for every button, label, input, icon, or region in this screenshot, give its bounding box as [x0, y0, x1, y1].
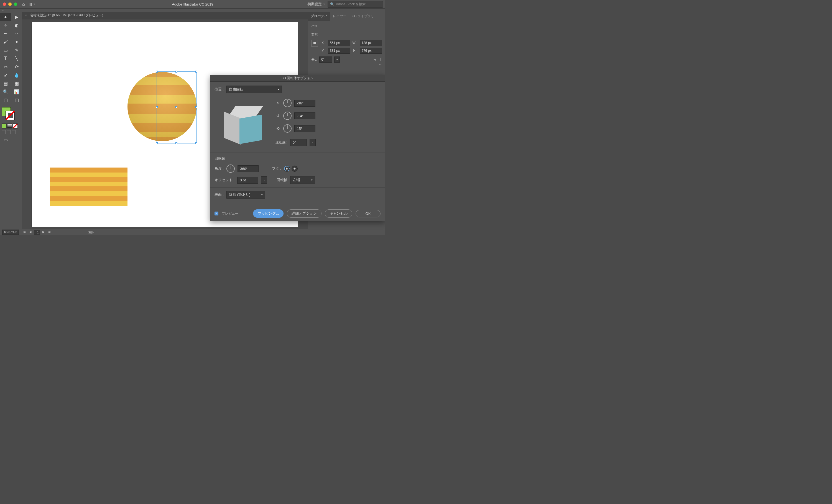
transform-section-label: 変形	[311, 32, 382, 37]
rotate-y-dial[interactable]	[283, 112, 291, 120]
scissors-tool[interactable]: ✂	[0, 63, 11, 71]
reference-point-selector[interactable]	[311, 40, 318, 47]
selection-tool[interactable]: ▲	[0, 13, 11, 21]
flip-horizontal-icon[interactable]: ⇋	[373, 58, 376, 61]
perspective-stepper[interactable]: ›	[310, 139, 316, 146]
rotate-y-input[interactable]: -14°	[294, 112, 315, 119]
rotate-x-input[interactable]: -36°	[294, 100, 315, 107]
stock-search-input[interactable]: 🔍 Adobe Stock を検索	[328, 1, 383, 8]
rotation-cube-preview[interactable]	[214, 96, 267, 149]
draw-behind-icon[interactable]	[7, 130, 10, 134]
y-input[interactable]: 331 px	[328, 48, 350, 54]
striped-rectangle-artwork[interactable]	[50, 168, 128, 206]
type-tool[interactable]: T	[0, 54, 11, 63]
rectangle-tool[interactable]: ▭	[0, 46, 11, 54]
cancel-button[interactable]: キャンセル	[325, 209, 352, 218]
mapping-button[interactable]: マッピング...	[253, 209, 284, 218]
revolve-options-dialog: 3D 回転体オプション 位置 : 自由回転▾ ↻ -36°	[210, 75, 385, 221]
draw-normal-icon[interactable]	[2, 130, 5, 134]
axis-label: 回転軸	[277, 177, 287, 183]
more-options-button[interactable]: 詳細オプション	[287, 209, 321, 218]
revolve-angle-dial[interactable]	[227, 165, 235, 173]
title-bar: ⌂ ▥ ▾ Adobe Illustrator CC 2019 初期設定 ▾ 🔍…	[0, 0, 385, 8]
scale-tool[interactable]: ⤢	[0, 71, 11, 79]
close-window-button[interactable]	[3, 2, 6, 6]
document-tab[interactable]: × 名称未設定-1* @ 66.67% (RGB/GPU プレビュー)	[22, 11, 308, 19]
line-tool[interactable]: ╲	[11, 54, 22, 63]
more-options-icon[interactable]: ⋯	[379, 63, 383, 66]
preview-label: プレビュー	[222, 211, 238, 216]
artboard-number-input[interactable]: 1	[34, 230, 40, 234]
pencil-tool[interactable]: ✎	[11, 46, 22, 54]
toolbar: ▲▶ ✧◐ ✒〰 🖌● ▭✎ T╲ ✂⟳ ⤢💧 ▤▦ 🔍📊 ▢◫ ▭ ⋯	[0, 11, 22, 229]
document-tab-label: 名称未設定-1* @ 66.67% (RGB/GPU プレビュー)	[30, 13, 103, 18]
close-tab-icon[interactable]: ×	[25, 13, 27, 18]
rotate-z-input[interactable]: 15°	[294, 125, 315, 132]
axis-dropdown[interactable]: 左端▾	[290, 176, 315, 184]
graph-tool[interactable]: 📊	[11, 87, 22, 96]
revolve-angle-input[interactable]: 360°	[237, 165, 259, 172]
rotate-tool[interactable]: ⟳	[11, 63, 22, 71]
magic-wand-tool[interactable]: ✧	[0, 21, 11, 29]
home-icon[interactable]: ⌂	[22, 2, 25, 7]
direct-selection-tool[interactable]: ▶	[11, 13, 22, 21]
position-dropdown[interactable]: 自由回転▾	[227, 86, 282, 93]
position-label: 位置 :	[214, 87, 224, 92]
tab-layers[interactable]: レイヤー	[330, 11, 349, 21]
screen-mode-button[interactable]: ▭	[0, 136, 11, 144]
dialog-title: 3D 回転体オプション	[210, 75, 385, 82]
paintbrush-tool[interactable]: 🖌	[0, 38, 11, 46]
h-label: H :	[353, 49, 358, 53]
maximize-window-button[interactable]	[14, 2, 17, 6]
w-input[interactable]: 138 px	[360, 40, 382, 46]
tab-cc-libraries[interactable]: CC ライブラリ	[349, 11, 377, 21]
rotate-z-icon: ⟲	[276, 126, 281, 131]
tab-properties[interactable]: プロパティ	[308, 11, 330, 21]
draw-inside-icon[interactable]	[11, 130, 16, 134]
color-solid-icon[interactable]	[2, 123, 7, 129]
x-input[interactable]: 561 px	[328, 40, 350, 46]
offset-stepper[interactable]: ›	[261, 176, 267, 184]
lasso-tool[interactable]: ◐	[11, 21, 22, 29]
prev-artboard-button[interactable]: ◀	[28, 230, 32, 234]
flip-vertical-icon[interactable]: ⥮	[379, 58, 382, 61]
color-none-icon[interactable]	[13, 123, 18, 129]
fill-stroke-swatch[interactable]	[2, 107, 16, 121]
eyedropper-tool[interactable]: 💧	[11, 71, 22, 79]
zoom-tool[interactable]: 🔍	[0, 87, 11, 96]
edit-toolbar-button[interactable]: ⋯	[0, 145, 22, 149]
offset-label: オフセット :	[214, 177, 234, 183]
rotate-x-dial[interactable]	[283, 99, 291, 107]
perspective-input[interactable]: 0°	[290, 139, 307, 146]
cap-on-button[interactable]	[284, 166, 290, 172]
first-artboard-button[interactable]: ⏮	[23, 230, 27, 234]
search-icon: 🔍	[330, 2, 334, 6]
h-input[interactable]: 276 px	[360, 48, 382, 54]
minimize-window-button[interactable]	[8, 2, 11, 6]
rotate-z-dial[interactable]	[283, 124, 291, 133]
gradient-tool[interactable]: ▤	[0, 79, 11, 87]
zoom-dropdown[interactable]: 66.67% ▾	[2, 230, 19, 235]
curvature-tool[interactable]: 〰	[11, 29, 22, 38]
selection-type-label: パス	[311, 24, 382, 29]
artboard-tool[interactable]: ▢	[0, 96, 11, 104]
workspace-switcher[interactable]: ▥ ▾	[29, 2, 35, 6]
angle-icon: �⦟:	[311, 58, 317, 61]
selection-bounds[interactable]	[157, 72, 197, 143]
mesh-tool[interactable]: ▦	[11, 79, 22, 87]
offset-input[interactable]: 0 pt	[237, 177, 258, 184]
surface-dropdown[interactable]: 陰影 (艶あり)▾	[227, 191, 265, 199]
blob-brush-tool[interactable]: ●	[11, 38, 22, 46]
preview-checkbox[interactable]: ✓	[214, 212, 218, 216]
next-artboard-button[interactable]: ▶	[42, 230, 46, 234]
panel-tabs: プロパティ レイヤー CC ライブラリ	[308, 11, 385, 21]
color-gradient-icon[interactable]	[7, 123, 12, 129]
ok-button[interactable]: OK	[356, 210, 381, 217]
angle-dropdown[interactable]: ▾	[334, 56, 340, 63]
pen-tool[interactable]: ✒	[0, 29, 11, 38]
last-artboard-button[interactable]: ⏭	[47, 230, 51, 234]
cap-off-button[interactable]	[291, 166, 298, 172]
angle-input[interactable]: 0°	[319, 56, 332, 63]
slice-tool[interactable]: ◫	[11, 96, 22, 104]
workspace-preset-dropdown[interactable]: 初期設定 ▾	[307, 2, 325, 7]
